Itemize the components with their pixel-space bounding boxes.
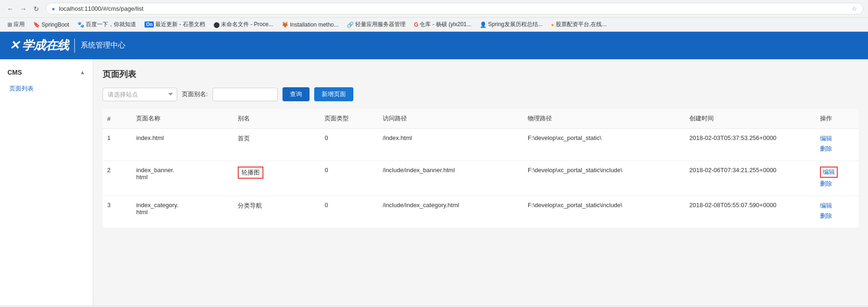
delete-link[interactable]: 删除 (820, 180, 854, 188)
cell-alias: 分类导航 (233, 196, 320, 228)
browser-toolbar: ← → ↻ ● localhost:11000/#/cms/page/list … (0, 0, 868, 17)
paw-icon: 🐾 (77, 21, 84, 28)
grid-icon: ⊞ (7, 21, 12, 28)
bookmark-stock[interactable]: ● 股票配资平台,在线... (548, 20, 610, 29)
add-page-button[interactable]: 新增页面 (314, 87, 353, 101)
table-body: 1 index.html 首页 0 /index.html F:\develop… (103, 129, 859, 228)
edit-link[interactable]: 编辑 (820, 202, 854, 210)
cell-access-path: /index.html (378, 129, 523, 161)
cell-actions: 编辑 删除 (815, 196, 859, 228)
cell-num: 3 (103, 196, 131, 228)
cell-type: 0 (320, 161, 378, 196)
th-action: 操作 (815, 109, 859, 129)
cell-actions: 编辑 删除 (815, 129, 859, 161)
cell-create-time: 2018-02-08T05:55:07.590+0000 (685, 196, 815, 228)
circle-icon: ● (551, 21, 554, 28)
delete-link[interactable]: 删除 (820, 212, 854, 220)
alias-input[interactable] (213, 88, 278, 101)
cell-physical-path: F:\develop\xc_portal_static\include\ (523, 196, 685, 228)
bookmark-install[interactable]: 🦊 Installation metho... (279, 21, 341, 29)
cell-name: index_banner.html (131, 161, 233, 196)
bookmark-label: 仓库 - 杨硕 (ylx201... (420, 21, 471, 28)
alias-label: 页面别名: (182, 90, 208, 98)
cell-create-time: 2018-02-03T05:37:53.256+0000 (685, 129, 815, 161)
sidebar-item-label: 页面列表 (9, 85, 34, 92)
cell-access-path: /include/index_banner.html (378, 161, 523, 196)
bookmark-label: 应用 (14, 21, 25, 28)
bookmark-process[interactable]: ⬤ 未命名文件 - Proce... (211, 20, 276, 29)
bookmark-spring-history[interactable]: 👤 Spring发展历程总结... (477, 20, 545, 29)
bookmarks-bar: ⊞ 应用 🔖 SpringBoot 🐾 百度一下，你就知道 On 最近更新 - … (0, 17, 868, 31)
back-button[interactable]: ← (5, 3, 16, 14)
query-button[interactable]: 查询 (282, 87, 310, 101)
bookmark-star-icon[interactable]: ☆ (852, 5, 857, 12)
bookmark-label: 百度一下，你就知道 (86, 21, 136, 28)
bookmark-shimo[interactable]: On 最近更新 - 石墨文档 (142, 20, 208, 29)
url-text: localhost:11000/#/cms/page/list (59, 5, 848, 12)
cell-alias: 首页 (233, 129, 320, 161)
cell-physical-path: F:\develop\xc_portal_static\include\ (523, 161, 685, 196)
app-logo: ✕ 学成在线 (9, 37, 69, 54)
sidebar-item-page-list[interactable]: 页面列表 (0, 81, 93, 97)
table-row: 1 index.html 首页 0 /index.html F:\develop… (103, 129, 859, 161)
site-select[interactable]: 请选择站点 (103, 88, 177, 101)
table-header-row: # 页面名称 别名 页面类型 访问路径 物理路径 创建时间 操作 (103, 109, 859, 129)
bookmark-label: 股票配资平台,在线... (556, 21, 606, 28)
th-access-path: 访问路径 (378, 109, 523, 129)
cell-type: 0 (320, 196, 378, 228)
cell-access-path: /include/index_category.html (378, 196, 523, 228)
g-icon: G (414, 21, 418, 28)
bookmark-label: 未命名文件 - Proce... (221, 21, 273, 28)
page-table: # 页面名称 别名 页面类型 访问路径 物理路径 创建时间 操作 1 index… (103, 109, 859, 228)
cell-name: index.html (131, 129, 233, 161)
th-num: # (103, 109, 131, 129)
filter-bar: 请选择站点 页面别名: 查询 新增页面 (103, 87, 859, 101)
app-system-title: 系统管理中心 (81, 41, 125, 50)
edit-link[interactable]: 编辑 (820, 167, 838, 178)
table-row: 2 index_banner.html 轮播图 0 /include/index… (103, 161, 859, 196)
fox-icon: 🦊 (282, 21, 289, 28)
delete-link[interactable]: 删除 (820, 145, 854, 153)
cell-create-time: 2018-02-06T07:34:21.255+0000 (685, 161, 815, 196)
edit-link[interactable]: 编辑 (820, 134, 854, 143)
th-create-time: 创建时间 (685, 109, 815, 129)
th-name: 页面名称 (131, 109, 233, 129)
cell-alias: 轮播图 (233, 161, 320, 196)
nav-buttons: ← → ↻ (5, 3, 42, 14)
bookmark-springboot[interactable]: 🔖 SpringBoot (30, 21, 72, 29)
logo-icon: ✕ 学成在线 (9, 37, 69, 54)
th-type: 页面类型 (320, 109, 378, 129)
browser-chrome: ← → ↻ ● localhost:11000/#/cms/page/list … (0, 0, 868, 32)
link-icon: 🔗 (347, 21, 354, 28)
chevron-up-icon: ▲ (80, 69, 85, 76)
bookmark-label: SpringBoot (41, 21, 69, 28)
sidebar: CMS ▲ 页面列表 (0, 59, 93, 306)
sidebar-section-title: CMS (7, 69, 22, 76)
bookmark-gitlab[interactable]: G 仓库 - 杨硕 (ylx201... (411, 20, 474, 29)
bookmark-label: Spring发展历程总结... (488, 21, 543, 28)
bookmark-light-server[interactable]: 🔗 轻量应用服务器管理 (344, 20, 408, 29)
content-area: 页面列表 请选择站点 页面别名: 查询 新增页面 # 页面名称 别名 页面类型 … (93, 59, 868, 306)
alias-highlighted-badge: 轮播图 (238, 167, 263, 179)
on-badge: On (145, 21, 154, 28)
cell-type: 0 (320, 129, 378, 161)
forward-button[interactable]: → (18, 3, 29, 14)
bookmark-apps[interactable]: ⊞ 应用 (5, 20, 28, 29)
circle-icon: ⬤ (214, 21, 220, 28)
app-header: ✕ 学成在线 系统管理中心 (0, 32, 868, 59)
th-alias: 别名 (233, 109, 320, 129)
cell-physical-path: F:\develop\xc_portal_static\ (523, 129, 685, 161)
reload-button[interactable]: ↻ (31, 3, 42, 14)
bookmark-label: 轻量应用服务器管理 (355, 21, 406, 28)
cell-actions: 编辑 删除 (815, 161, 859, 196)
cell-num: 2 (103, 161, 131, 196)
secure-icon: ● (52, 6, 55, 12)
bookmark-label: Installation metho... (290, 21, 338, 28)
bookmark-baidu[interactable]: 🐾 百度一下，你就知道 (75, 20, 139, 29)
logo-divider (74, 39, 75, 53)
table-header: # 页面名称 别名 页面类型 访问路径 物理路径 创建时间 操作 (103, 109, 859, 129)
main-layout: CMS ▲ 页面列表 页面列表 请选择站点 页面别名: 查询 新增页面 # 页面… (0, 59, 868, 306)
cell-num: 1 (103, 129, 131, 161)
table-row: 3 index_category.html 分类导航 0 /include/in… (103, 196, 859, 228)
address-bar[interactable]: ● localhost:11000/#/cms/page/list ☆ (46, 3, 863, 14)
